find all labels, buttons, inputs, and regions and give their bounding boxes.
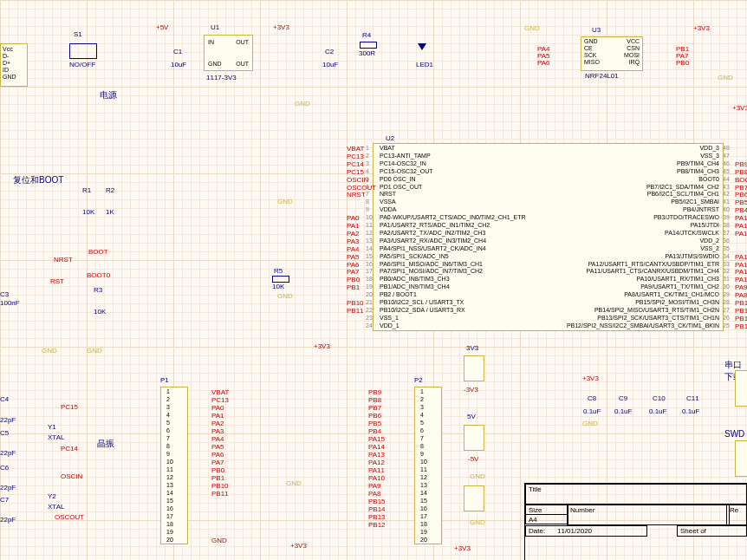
u2-left-num-10: 10 [366,214,373,220]
gnd-u2-1: GND [277,198,293,205]
p2-num-19: 19 [420,529,427,535]
net-3v3-p1: +3V3 [290,542,307,550]
section-swd: SWD [724,429,744,439]
p1-num-11: 11 [166,466,173,472]
u3-pin-gnd: GND [584,38,598,44]
c2-val: 10uF [322,61,338,68]
u1-pin-out2: OUT [236,61,249,67]
u2-left-name-22: PB10/I2C2_SDA / USART3_RX [380,307,465,313]
u2-right-num-29: 29 [723,291,730,297]
u2-left-net-13: PA3 [347,238,360,245]
u2-left-name-4: PC15-OSC32_OUT [380,168,432,174]
u2-left-name-18: PB0/ADC_IN8/TIM3_CH3 [380,276,450,282]
p2-net-14: PA8 [368,490,381,498]
p2-net-3: PB7 [368,404,381,412]
p2-ref: P2 [414,376,423,384]
u2-left-num-12: 12 [366,230,373,236]
u2-right-net-34: PA13 [735,253,747,261]
c8-ref: C8 [588,394,596,402]
gnd-jmp2: GND [470,518,485,526]
c1-ref: C1 [173,48,182,55]
r3-ref: R3 [94,286,102,294]
u2-left-num-24: 24 [366,322,373,329]
p2-net-6: PB4 [368,427,381,435]
u2-right-name-48: VDD_3 [529,145,719,151]
p2-net-8: PA14 [368,443,385,451]
size-val: A4 [525,515,568,524]
u3-pin-vcc: VCC [627,38,640,44]
u2-left-name-15: PA5/SPI1_SCK/ADC_IN5 [380,253,449,259]
gnd-reset2: GND [87,347,102,355]
u2-right-name-40: PB4/JNTRST [529,206,719,212]
size-lbl: Size [525,505,568,515]
p1-num-7: 7 [166,435,170,441]
u3-val: NRF24L01 [585,72,619,80]
u2-right-name-43: PB7/I2C1_SDA/TIM4_CH2 [529,184,719,190]
u1-pin-in: IN [208,39,214,45]
p2-num-13: 13 [420,482,427,488]
usb-pin-dm: D- [3,53,9,59]
u2-left-name-19: PB1/ADC_IN9/TIM3_CH4 [380,283,450,290]
u2-right-name-41: PB5/I2C1_SMBAI [529,199,719,205]
u2-right-num-47: 47 [723,153,730,159]
led1-symbol [418,43,426,50]
u2-left-num-15: 15 [366,253,373,259]
net-3v3-u2: +3V3 [314,342,330,350]
hdr-5v [464,425,484,451]
p1-ref: P1 [160,376,169,384]
y2-val: XTAL [48,503,64,511]
r4-body [360,42,377,49]
u2-left-net-7: NRST [347,191,366,199]
u2-right-name-34: PA13/JTMS/SWDIO [529,253,719,259]
p2-num-7: 7 [420,435,424,441]
p2-net-7: PA15 [368,435,385,443]
net-3v3-caps: +3V3 [582,374,599,382]
u2-left-name-17: PA7/SPI1_MOSI/ADC_IN7/TIM3_CH2 [380,268,483,274]
u2-right-name-42: PB6/I2C1_SCL/TIM4_CH1 [529,191,719,197]
lbl-3v3: 3V3 [466,344,478,352]
u2-left-name-10: PA0-WKUP/USART2_CTS/ADC_IN0/TIM2_CH1_ETR [380,214,526,220]
u2-right-num-42: 42 [723,191,730,197]
u2-left-net-18: PB0 [347,276,360,283]
u2-right-num-28: 28 [723,299,730,305]
p1-num-19: 19 [166,529,173,535]
p1-num-14: 14 [166,490,173,496]
p1-net-6: PA3 [211,427,224,435]
u3-pin-csn: CSN [627,45,640,51]
net-oscout-c: OSCOUT [55,513,84,521]
hdr-serial [735,370,747,407]
u2-right-name-47: VSS_3 [529,153,719,159]
u2-right-name-29: PA8/USART1_CK/TIM1_CH1/MCO [529,291,719,297]
net-boot: BOOT [88,248,108,256]
u2-right-num-48: 48 [723,145,730,151]
p1-num-16: 16 [166,505,173,511]
p2-net-12: PA10 [368,474,385,482]
u2-left-num-8: 8 [366,199,369,205]
u2-left-num-22: 22 [366,307,373,313]
p2-num-14: 14 [420,490,427,496]
u2-right-num-27: 27 [723,307,730,313]
hdr-swd [735,440,747,477]
u2-left-name-9: VDDA [380,206,396,212]
p2-num-15: 15 [420,498,427,504]
c3-ref: C3 [0,290,9,298]
c1-val: 10uF [171,61,186,68]
p1-net-11: PB0 [211,466,224,474]
u2-left-num-17: 17 [366,268,373,274]
p1-num-3: 3 [166,404,170,410]
u2-left-num-20: 20 [366,291,373,297]
u2-left-name-5: PD0 OSC_IN [380,176,416,182]
p2-num-10: 10 [420,459,427,465]
p2-net-4: PB6 [368,412,381,420]
section-power: 电源 [100,89,117,101]
r3-val: 10K [94,308,106,316]
r5-ref: R5 [274,267,283,275]
u2-left-num-3: 3 [366,160,369,166]
p1-net-13: PB10 [211,482,229,490]
p2-num-1: 1 [420,388,424,394]
u3-chip: GND CE SCK MISO VCC CSN MOSI IRQ [581,36,643,71]
p1-num-2: 2 [166,396,170,402]
u2-left-net-19: PB1 [347,283,360,291]
u2-right-num-35: 35 [723,245,730,251]
usb-pin-vcc: Vcc [3,46,13,52]
